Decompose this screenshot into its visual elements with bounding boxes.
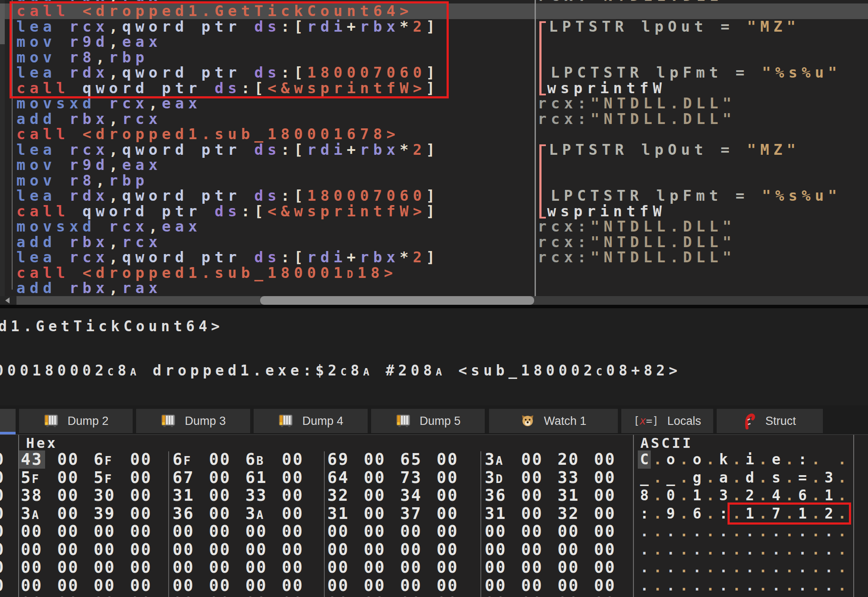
disasm-row-17[interactable]: lea rcx,qword ptr ds:[rdi+rbx*2] (0, 250, 535, 265)
tab-active-partial[interactable] (0, 409, 16, 433)
hex-byte: 5F (94, 469, 120, 487)
disasm-row-11[interactable]: mov r9d,eax (0, 157, 535, 173)
tab-dump-4[interactable]: Dump 4 (254, 409, 368, 433)
hex-byte: 00 (209, 522, 235, 541)
ascii-char: . (717, 541, 730, 559)
disasm-row-14[interactable]: call qword ptr ds:[<&wsprintfW>] (0, 204, 535, 219)
dump-panel[interactable]: Hex ASCII 043006F006F006B00690065003A002… (0, 434, 868, 597)
disasm-row-16[interactable]: add rbx,rcx (0, 235, 535, 250)
ascii-char: . (757, 594, 770, 597)
ascii-char: C (638, 450, 651, 469)
ascii-char: . (730, 558, 743, 577)
comment-row-12[interactable] (536, 173, 868, 189)
disasm-row-12[interactable]: mov r8,rbp (0, 173, 535, 189)
hex-byte: 00 (282, 541, 308, 559)
ascii-char: . (835, 541, 848, 559)
hex-byte: 3A (21, 505, 47, 523)
comment-row-10[interactable]: LPTSTR lpOut = "MZ" (536, 142, 868, 158)
hex-byte: 00 (130, 577, 156, 595)
comment-row-2[interactable]: LPTSTR lpOut = "MZ" (536, 19, 868, 35)
tab-dump-3[interactable]: Dump 3 (136, 409, 250, 433)
hex-byte: 00 (364, 577, 390, 595)
disasm-row-15[interactable]: movsxd rcx,eax (0, 219, 535, 235)
comment-row-5[interactable]: LPCTSTR lpFmt = "%s%u" (536, 65, 868, 81)
hex-byte: 00 (130, 505, 156, 523)
disasm-row-9[interactable]: call <dropped1.sub_180001678> (0, 127, 535, 142)
comment-row-18[interactable] (536, 265, 868, 281)
hex-byte: 00 (364, 594, 390, 597)
hex-byte: 00 (57, 558, 83, 577)
comment-row-19[interactable] (536, 281, 868, 296)
comment-row-text: wsprintfW (547, 81, 666, 96)
hex-byte: 00 (364, 486, 390, 505)
comment-row-9[interactable] (536, 127, 868, 142)
hex-byte: 00 (173, 594, 199, 597)
comment-row-11[interactable] (536, 157, 868, 173)
comment-row-13[interactable]: LPCTSTR lpFmt = "%s%u" (536, 188, 868, 204)
ascii-char: . (717, 558, 730, 577)
ascii-char: . (757, 469, 770, 487)
tab-watch-1[interactable]: Watch 1 (489, 409, 618, 433)
ascii-char: . (651, 522, 664, 541)
comment-row-partial[interactable]: rcx:"NTDLL.DLL" (536, 0, 868, 3)
disasm-row-text: call qword ptr ds:[<&wsprintfW>] (16, 204, 439, 219)
comment-row-16[interactable]: rcx:"NTDLL.DLL" (536, 235, 868, 250)
comment-row-14[interactable]: wsprintfW (536, 204, 868, 219)
ascii-char: . (770, 594, 783, 597)
disasm-row-19[interactable]: add rbx,rax (0, 281, 535, 296)
hex-byte: 67 (173, 469, 199, 487)
argument-bracket-2 (539, 144, 546, 219)
hex-byte: 00 (94, 541, 120, 559)
comment-row-8[interactable]: rcx:"NTDLL.DLL" (536, 111, 868, 127)
ascii-char: . (730, 541, 743, 559)
ascii-char: . (822, 577, 835, 595)
address-partial: 0 (0, 558, 11, 577)
tab-bar: Dump 2Dump 3Dump 4Dump 5Watch 1[x=]Local… (0, 405, 868, 434)
comment-row-1[interactable] (536, 3, 868, 19)
tab-dump-5[interactable]: Dump 5 (371, 409, 485, 433)
hex-byte: 00 (400, 594, 426, 597)
ascii-char: . (638, 558, 651, 577)
disasm-row-8[interactable]: add rbx,rcx (0, 111, 535, 127)
comment-row-text: LPCTSTR lpFmt = "%s%u" (551, 65, 841, 81)
address-partial: 0 (0, 486, 11, 505)
comment-row-text: rcx:"NTDLL.DLL" (538, 235, 736, 250)
disasm-row-13[interactable]: lea rdx,qword ptr ds:[180007060] (0, 188, 535, 204)
hex-byte: 00 (485, 594, 511, 597)
comment-row-4[interactable] (536, 50, 868, 65)
horizontal-scrollbar[interactable] (0, 296, 868, 305)
tab-struct[interactable]: Struct (717, 409, 823, 433)
comment-row-3[interactable] (536, 34, 868, 50)
comment-row-15[interactable]: rcx:"NTDLL.DLL" (536, 219, 868, 235)
tab-dump-2[interactable]: Dump 2 (19, 409, 133, 433)
scroll-left-button[interactable] (0, 296, 16, 305)
scrollbar-thumb[interactable] (260, 296, 534, 305)
tab-locals[interactable]: [x=]Locals (621, 409, 713, 433)
ascii-char: . (770, 522, 783, 541)
hex-byte: 00 (94, 558, 120, 577)
hex-byte: 00 (57, 577, 83, 595)
hex-byte: 20 (558, 450, 584, 469)
gutter-scrollbar-thumb[interactable] (0, 3, 5, 44)
hex-byte: 00 (437, 558, 463, 577)
ascii-char: . (835, 558, 848, 577)
scrollbar-track[interactable] (16, 296, 260, 305)
comments-pane[interactable]: rcx:"NTDLL.DLL"LPTSTR lpOut = "MZ"LPCTST… (536, 0, 868, 296)
info-pane: d1.GetTickCount64> 000180002C8A dropped1… (0, 308, 868, 405)
disasm-row-10[interactable]: lea rcx,qword ptr ds:[rdi+rbx*2] (0, 142, 535, 158)
tab-label: Watch 1 (544, 414, 586, 428)
ascii-char: . (704, 558, 717, 577)
comment-row-7[interactable]: rcx:"NTDLL.DLL" (536, 96, 868, 111)
ascii-char: . (730, 522, 743, 541)
locals-icon: [x=] (633, 415, 659, 427)
ascii-char: . (796, 594, 809, 597)
disassembly-pane[interactable]: add rbx,raxcall <dropped1.GetTickCount64… (0, 0, 535, 296)
disasm-row-18[interactable]: call <dropped1.sub_180001D18> (0, 265, 535, 281)
hex-byte: 00 (209, 505, 235, 523)
hex-byte: 00 (57, 450, 83, 469)
comment-row-6[interactable]: wsprintfW (536, 81, 868, 96)
hex-byte: 31 (485, 505, 511, 523)
comment-row-17[interactable]: rcx:"NTDLL.DLL" (536, 250, 868, 265)
hex-byte: 00 (282, 450, 308, 469)
address-partial: 0 (0, 541, 11, 559)
